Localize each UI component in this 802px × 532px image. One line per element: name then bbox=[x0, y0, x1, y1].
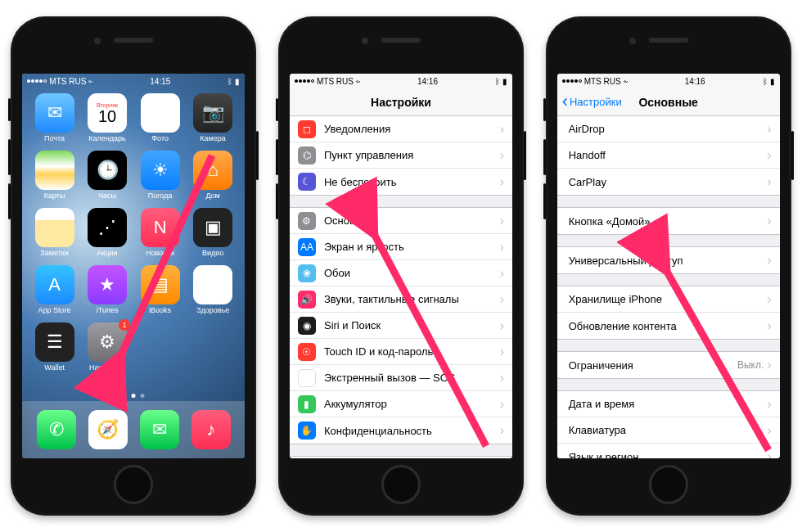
signal-icon bbox=[27, 79, 47, 83]
app-заметки[interactable]: Заметки bbox=[30, 208, 79, 257]
app-icon: 🧭 bbox=[88, 410, 128, 449]
app-календарь[interactable]: Вторник10Календарь bbox=[83, 93, 132, 142]
settings-row[interactable]: 🔊Звуки, тактильные сигналы› bbox=[290, 286, 512, 313]
app-safari[interactable]: 🧭 bbox=[88, 410, 128, 449]
app-часы[interactable]: 🕒Часы bbox=[83, 151, 132, 200]
app-label: Wallet bbox=[44, 363, 65, 372]
settings-row[interactable]: SOSЭкстренный вызов — SOS› bbox=[290, 365, 512, 391]
clock-label: 14:16 bbox=[685, 77, 705, 86]
bluetooth-icon: ᛒ bbox=[228, 77, 232, 86]
general-row[interactable]: ОграниченияВыкл.› bbox=[557, 352, 780, 378]
settings-row[interactable]: ⚙Основные› bbox=[290, 208, 512, 234]
row-label: Аккумулятор bbox=[324, 398, 500, 410]
row-label: Конфиденциальность bbox=[324, 425, 500, 437]
settings-row[interactable]: ☾Не беспокоить› bbox=[290, 169, 512, 195]
general-row[interactable]: Универсальный доступ› bbox=[557, 247, 780, 273]
app-icon bbox=[35, 151, 74, 190]
general-row[interactable]: Язык и регион› bbox=[557, 444, 780, 458]
row-label: Звуки, тактильные сигналы bbox=[324, 293, 500, 305]
chevron-icon: › bbox=[767, 318, 771, 333]
chevron-icon: › bbox=[767, 292, 771, 307]
chevron-icon: › bbox=[500, 371, 504, 385]
status-bar: MTS RUS ⧜ 14:16 ᛒ▮ bbox=[290, 74, 512, 88]
app-icon bbox=[35, 208, 74, 247]
app-ibooks[interactable]: ▤iBooks bbox=[136, 265, 184, 314]
general-row[interactable]: Хранилище iPhone› bbox=[557, 286, 780, 313]
home-button[interactable] bbox=[114, 465, 153, 504]
row-label: Кнопка «Домой» bbox=[569, 215, 768, 228]
row-icon: ⌬ bbox=[298, 147, 316, 165]
bluetooth-icon: ᛒ bbox=[495, 77, 500, 86]
app-сообщения[interactable]: ✉ bbox=[140, 410, 179, 449]
settings-row[interactable]: ◉Siri и Поиск› bbox=[290, 313, 512, 339]
app-label: Заметки bbox=[40, 249, 68, 257]
general-row[interactable]: AirDrop› bbox=[557, 116, 780, 142]
app-видео[interactable]: ▣Видео bbox=[189, 208, 237, 257]
general-row[interactable]: Дата и время› bbox=[557, 391, 780, 417]
settings-list[interactable]: ◻Уведомления›⌬Пункт управления›☾Не беспо… bbox=[290, 116, 512, 458]
app-камера[interactable]: 📷Камера bbox=[189, 93, 237, 142]
app-акции[interactable]: ⋰Акции bbox=[83, 208, 132, 257]
app-дом[interactable]: ⌂Дом bbox=[189, 151, 237, 200]
battery-icon: ▮ bbox=[502, 77, 507, 86]
app-карты[interactable]: Карты bbox=[30, 151, 79, 200]
row-label: Основные bbox=[324, 214, 500, 227]
app-label: Дом bbox=[205, 192, 219, 200]
app-icon: ▤ bbox=[141, 265, 180, 304]
general-row[interactable]: Клавиатура› bbox=[557, 417, 780, 444]
nav-back-button[interactable]: Настройки bbox=[562, 96, 622, 108]
home-button[interactable] bbox=[381, 465, 421, 504]
app-музыка[interactable]: ♪ bbox=[191, 410, 231, 449]
settings-row[interactable]: AiTunes Store и App Store› bbox=[290, 457, 512, 458]
chevron-icon: › bbox=[767, 253, 771, 268]
app-здоровье[interactable]: ♥Здоровье bbox=[189, 265, 237, 314]
app-настройки[interactable]: ⚙1Настройки bbox=[83, 322, 132, 372]
general-row[interactable]: Handoff› bbox=[557, 142, 780, 169]
chevron-icon: › bbox=[767, 122, 771, 137]
settings-row[interactable]: ✋Конфиденциальность› bbox=[290, 417, 512, 444]
row-label: Уведомления bbox=[324, 123, 500, 135]
app-icon: ♪ bbox=[191, 410, 231, 449]
app-wallet[interactable]: ☰Wallet bbox=[30, 322, 79, 372]
chevron-icon: › bbox=[500, 174, 504, 189]
settings-row[interactable]: ⌬Пункт управления› bbox=[290, 142, 512, 169]
app-icon: ♥ bbox=[193, 265, 232, 304]
app-label: App Store bbox=[38, 306, 71, 314]
chevron-icon: › bbox=[500, 423, 504, 438]
app-app-store[interactable]: AApp Store bbox=[30, 265, 79, 314]
general-list[interactable]: AirDrop›Handoff›CarPlay›Кнопка «Домой»›У… bbox=[557, 116, 780, 458]
home-button[interactable] bbox=[649, 465, 688, 504]
app-label: Погода bbox=[148, 192, 173, 200]
app-label: Камера bbox=[200, 134, 225, 142]
app-label: Почта bbox=[44, 134, 65, 142]
row-label: Универсальный доступ bbox=[569, 255, 768, 267]
chevron-icon: › bbox=[500, 240, 504, 255]
app-новости[interactable]: NНовости bbox=[136, 208, 184, 257]
app-label: Карты bbox=[44, 192, 65, 200]
row-label: AirDrop bbox=[569, 123, 768, 135]
app-label: Акции bbox=[97, 249, 118, 257]
chevron-icon: › bbox=[767, 397, 771, 412]
row-icon: ▮ bbox=[298, 395, 316, 413]
app-icon: 📷 bbox=[193, 93, 232, 133]
app-погода[interactable]: ☀Погода bbox=[136, 151, 184, 200]
general-row[interactable]: Обновление контента› bbox=[557, 313, 780, 339]
settings-row[interactable]: ◻Уведомления› bbox=[290, 116, 512, 142]
app-фото[interactable]: ✿Фото bbox=[136, 93, 184, 142]
app-почта[interactable]: ✉Почта bbox=[30, 93, 79, 142]
app-icon: ⚙1 bbox=[88, 322, 127, 362]
row-label: Handoff bbox=[569, 149, 768, 161]
settings-row[interactable]: ☉Touch ID и код-пароль› bbox=[290, 339, 512, 365]
settings-row[interactable]: ❀Обои› bbox=[290, 260, 512, 286]
app-itunes[interactable]: ★iTunes bbox=[83, 265, 132, 314]
general-row[interactable]: Кнопка «Домой»› bbox=[557, 208, 780, 234]
chevron-icon: › bbox=[767, 174, 771, 189]
row-label: Ограничения bbox=[569, 359, 737, 372]
app-телефон[interactable]: ✆ bbox=[37, 410, 76, 449]
battery-icon: ▮ bbox=[235, 77, 240, 86]
app-label: Календарь bbox=[88, 134, 125, 142]
general-row[interactable]: CarPlay› bbox=[557, 169, 780, 195]
page-indicator[interactable] bbox=[123, 394, 145, 398]
settings-row[interactable]: AAЭкран и яркость› bbox=[290, 234, 512, 260]
settings-row[interactable]: ▮Аккумулятор› bbox=[290, 391, 512, 417]
